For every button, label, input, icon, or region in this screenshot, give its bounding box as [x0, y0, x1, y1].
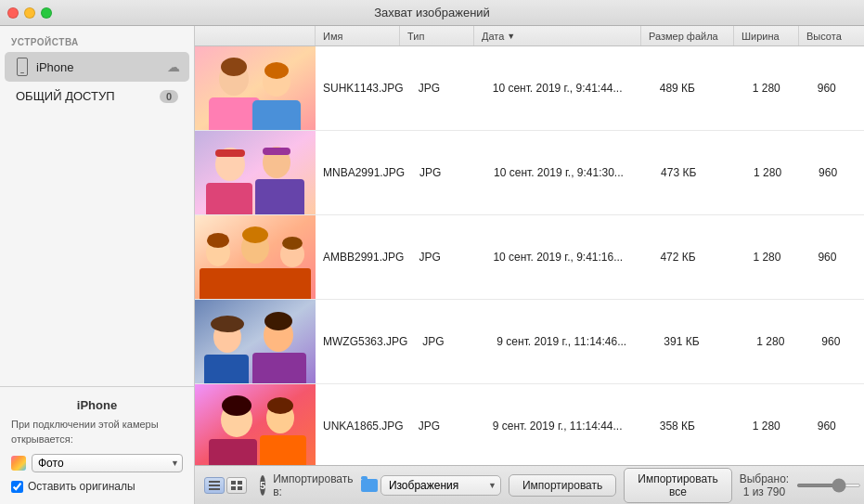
th-date-label: Дата	[482, 31, 504, 42]
table-row[interactable]: SUHK1143.JPG JPG 10 сент. 2019 г., 9:41:…	[195, 46, 864, 131]
svg-rect-12	[206, 183, 252, 214]
svg-rect-13	[255, 179, 304, 214]
file-date: 10 сент. 2019 г., 9:41:16...	[485, 251, 652, 264]
file-type: JPG	[415, 335, 489, 348]
file-size: 358 КБ	[652, 420, 745, 433]
file-thumbnail	[195, 215, 316, 299]
app-select[interactable]: Фото	[32, 454, 183, 472]
file-size: 473 КБ	[653, 166, 746, 179]
svg-rect-21	[200, 268, 311, 299]
import-button[interactable]: Импортировать	[509, 474, 616, 497]
maximize-button[interactable]	[41, 7, 52, 19]
table-row[interactable]: MWZG5363.JPG JPG 9 сент. 2019 г., 11:14:…	[195, 300, 864, 384]
svg-rect-37	[209, 485, 220, 486]
svg-point-2	[221, 58, 247, 76]
file-height: 960	[811, 166, 864, 179]
th-thumbnail	[195, 26, 316, 45]
svg-rect-36	[209, 481, 220, 483]
file-thumbnail	[195, 131, 316, 214]
file-name: SUHK1143.JPG	[316, 82, 411, 95]
grid-view-button[interactable]	[226, 477, 247, 494]
file-width: 1 280	[745, 82, 810, 95]
sidebar-device-name: iPhone	[11, 398, 183, 412]
svg-rect-11	[263, 148, 290, 155]
bottom-bar: 5 Импортировать в: Изображения ▼ Импорти…	[195, 465, 864, 504]
table-header: Имя Тип Дата ▼ Размер файла Ширина Высот…	[195, 26, 864, 46]
zoom-slider[interactable]	[796, 484, 861, 487]
th-date[interactable]: Дата ▼	[474, 26, 641, 45]
table-row[interactable]: UNKA1865.JPG JPG 9 сент. 2019 г., 11:14:…	[195, 384, 864, 465]
file-thumbnail	[195, 384, 316, 465]
devices-section-header: УСТРОЙСТВА	[0, 26, 194, 51]
shared-badge: 0	[160, 90, 178, 103]
keep-originals-row: Оставить оригиналы	[11, 480, 183, 493]
folder-icon	[361, 479, 378, 492]
th-name[interactable]: Имя	[316, 26, 400, 45]
file-date: 9 сент. 2019 г., 11:14:44...	[485, 420, 652, 433]
file-width: 1 280	[746, 166, 811, 179]
app-select-row: Фото ▼	[11, 454, 183, 472]
iphone-device-icon	[14, 57, 31, 77]
file-type: JPG	[411, 82, 485, 95]
file-width: 1 280	[749, 335, 814, 348]
svg-point-4	[264, 62, 289, 79]
file-date: 9 сент. 2019 г., 11:14:46...	[489, 335, 656, 348]
import-all-button[interactable]: Импортировать все	[624, 468, 731, 503]
sidebar-item-iphone[interactable]: iPhone ☁	[5, 52, 189, 82]
svg-rect-34	[209, 439, 257, 465]
sidebar-iphone-label: iPhone	[36, 60, 161, 74]
svg-rect-9	[215, 149, 245, 157]
import-count-badge: 5	[260, 475, 265, 496]
window-title: Захват изображений	[374, 6, 490, 19]
svg-point-18	[207, 233, 229, 248]
foto-app-icon	[11, 456, 26, 471]
shared-access-row: ОБЩИЙ ДОСТУП 0	[5, 84, 189, 109]
keep-originals-label: Оставить оригиналы	[28, 480, 135, 493]
th-size[interactable]: Размер файла	[641, 26, 734, 45]
file-date: 10 сент. 2019 г., 9:41:44...	[485, 82, 652, 95]
file-name: MNBA2991.JPG	[316, 166, 412, 179]
file-height: 960	[810, 420, 864, 433]
sidebar: УСТРОЙСТВА iPhone ☁ ОБЩИЙ ДОСТУП 0 iPhon…	[0, 26, 195, 504]
file-width: 1 280	[745, 251, 810, 264]
file-size: 391 КБ	[656, 335, 749, 348]
file-height: 960	[814, 335, 864, 348]
th-height[interactable]: Высота	[799, 26, 864, 45]
file-type: JPG	[411, 420, 485, 433]
view-icons	[204, 477, 247, 494]
traffic-lights	[7, 7, 52, 19]
table-row[interactable]: MNBA2991.JPG JPG 10 сент. 2019 г., 9:41:…	[195, 131, 864, 215]
svg-rect-41	[231, 486, 236, 490]
status-text: Выбрано: 1 из 790	[740, 472, 789, 498]
file-type: JPG	[411, 251, 485, 264]
file-list[interactable]: SUHK1143.JPG JPG 10 сент. 2019 г., 9:41:…	[195, 46, 864, 465]
th-type[interactable]: Тип	[400, 26, 474, 45]
svg-point-26	[264, 312, 292, 330]
close-button[interactable]	[7, 7, 19, 19]
file-thumbnail	[195, 46, 316, 130]
svg-rect-27	[204, 355, 249, 383]
svg-rect-39	[231, 481, 236, 485]
content-area: Имя Тип Дата ▼ Размер файла Ширина Высот…	[195, 26, 864, 504]
file-size: 472 КБ	[652, 251, 745, 264]
titlebar: Захват изображений	[0, 0, 864, 26]
svg-rect-5	[209, 97, 260, 130]
svg-rect-42	[238, 486, 242, 490]
keep-originals-checkbox[interactable]	[11, 481, 23, 493]
file-name: MWZG5363.JPG	[316, 335, 415, 348]
sidebar-description: При подключении этой камеры открывается:	[11, 418, 183, 446]
minimize-button[interactable]	[24, 7, 35, 19]
svg-rect-40	[238, 481, 242, 485]
file-date: 10 сент. 2019 г., 9:41:30...	[486, 166, 653, 179]
svg-point-19	[242, 226, 268, 243]
destination-select[interactable]: Изображения	[380, 475, 501, 496]
th-width[interactable]: Ширина	[734, 26, 799, 45]
table-row[interactable]: AMBB2991.JPG JPG 10 сент. 2019 г., 9:41:…	[195, 215, 864, 300]
import-label: Импортировать в:	[273, 472, 353, 498]
list-view-button[interactable]	[204, 477, 225, 494]
sidebar-bottom: iPhone При подключении этой камеры откры…	[0, 386, 194, 504]
file-size: 489 КБ	[652, 82, 745, 95]
file-width: 1 280	[745, 420, 810, 433]
file-name: UNKA1865.JPG	[316, 420, 411, 433]
svg-rect-6	[252, 100, 301, 130]
